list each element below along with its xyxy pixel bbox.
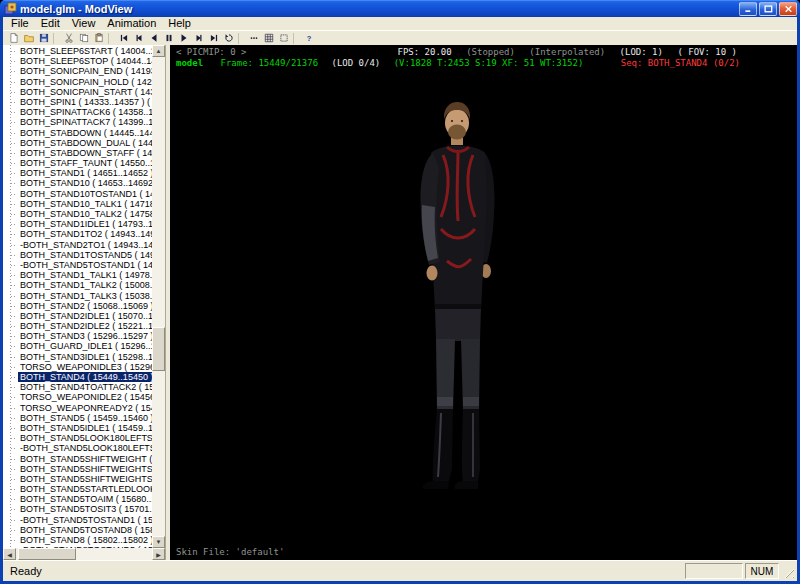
menu-item-view[interactable]: View [66, 17, 102, 30]
tree-vertical-scrollbar[interactable]: ▲ ▼ [152, 45, 165, 548]
menu-item-animation[interactable]: Animation [101, 17, 162, 30]
tree-item[interactable]: BOTH_SLEEP6STOP ( 14044..14192 [3, 56, 152, 66]
tree-item[interactable]: BOTH_STAND2IDLE2 ( 15221..1529 [3, 321, 152, 331]
tree-item[interactable]: BOTH_SPINATTACK7 ( 14399..1444 [3, 117, 152, 127]
tree-item[interactable]: BOTH_STAND3IDLE1 ( 15298..1544 [3, 352, 152, 362]
scroll-right-arrow-icon[interactable]: ▶ [152, 548, 165, 560]
new-button[interactable] [6, 32, 21, 45]
tree-item[interactable]: BOTH_STAND5TOSTAND8 ( 15802 [3, 525, 152, 535]
close-button[interactable] [779, 2, 797, 16]
viewport-top-overlay: < PICMIP: 0 > FPS: 20.00 (Stopped) (Inte… [176, 47, 737, 57]
tree-item[interactable]: BOTH_SPINATTACK6 ( 14358..143 [3, 107, 152, 117]
play-reverse-button[interactable] [146, 32, 161, 45]
pause-button[interactable] [161, 32, 176, 45]
tree-item[interactable]: BOTH_STAND5STARTLEDLOOKLEFT [3, 484, 152, 494]
tree-item[interactable]: BOTH_STABDOWN_STAFF ( 1451 [3, 148, 152, 158]
loop-button[interactable] [221, 32, 236, 45]
tree-item[interactable]: BOTH_STAND10_TALK1 ( 14718..14 [3, 199, 152, 209]
tree-item[interactable]: BOTH_GUARD_IDLE1 ( 15296..152 [3, 341, 152, 351]
tree-item[interactable]: BOTH_STAND1TO2 ( 14943..1495 [3, 229, 152, 239]
toolbar-separator [238, 33, 243, 44]
vertex-info-button[interactable] [246, 32, 261, 45]
tree-item[interactable]: -BOTH_STAND2TO1 ( 14943..14956 [3, 240, 152, 250]
menu-item-file[interactable]: File [5, 17, 35, 30]
frame-back-button[interactable] [131, 32, 146, 45]
tree-item[interactable]: BOTH_STAND1_TALK2 ( 15008..150 [3, 280, 152, 290]
resize-grip[interactable] [781, 563, 795, 579]
tree-item[interactable]: TORSO_WEAPONIDLE3 ( 15296..15 [3, 362, 152, 372]
titlebar[interactable]: model.glm - ModView [0, 0, 800, 17]
tree-item[interactable]: BOTH_STAND1TOSTAND5 ( 1495 [3, 250, 152, 260]
tree-item[interactable]: BOTH_STAND10_TALK2 ( 14758..14 [3, 209, 152, 219]
tree-item[interactable]: BOTH_STAND3 ( 15296..15297 ) ( [3, 331, 152, 341]
save-button[interactable] [36, 32, 51, 45]
tree-item[interactable]: TORSO_WEAPONREADY2 ( 15456 [3, 403, 152, 413]
tree-item[interactable]: BOTH_STAND8 ( 15802..15802 ) ( [3, 535, 152, 545]
scroll-up-arrow-icon[interactable]: ▲ [152, 45, 165, 57]
toolbar: ? [3, 30, 797, 45]
horizontal-scroll-thumb[interactable] [18, 548, 76, 560]
tree-item[interactable]: BOTH_STAND10TOSTAND1 ( 1469 [3, 189, 152, 199]
tree-item[interactable]: BOTH_STAND1IDLE1 ( 14793..1494 [3, 219, 152, 229]
tree-item[interactable]: BOTH_STAND5SHIFTWEIGHTSTOP [3, 474, 152, 484]
maximize-button[interactable] [759, 2, 777, 16]
character-model [385, 101, 535, 501]
minimize-button[interactable] [739, 2, 757, 16]
tree-item[interactable]: BOTH_STAND5SHIFTWEIGHTSTART [3, 464, 152, 474]
tree-item[interactable]: BOTH_STAND1_TALK3 ( 15038..150 [3, 291, 152, 301]
picmip-indicator: < PICMIP: 0 > [176, 47, 246, 57]
menu-item-edit[interactable]: Edit [35, 17, 66, 30]
menu-item-help[interactable]: Help [162, 17, 197, 30]
cut-button[interactable] [61, 32, 76, 45]
animation-sequence-list: BOTH_SLEEP6START ( 14004..1404BOTH_SLEEP… [3, 45, 152, 548]
tree-item[interactable]: TORSO_WEAPONIDLE2 ( 15456..15 [3, 392, 152, 402]
tree-item[interactable]: BOTH_STAND1 ( 14651..14652 ) [3, 168, 152, 178]
seek-end-button[interactable] [206, 32, 221, 45]
fov-indicator: ( FOV: 10 ) [677, 47, 737, 57]
scroll-down-arrow-icon[interactable]: ▼ [152, 536, 165, 548]
tree-item[interactable]: BOTH_SONICPAIN_HOLD ( 14258.. [3, 77, 152, 87]
status-bar: Ready NUM [3, 560, 797, 581]
tree-item[interactable]: -BOTH_STAND5LOOK180LEFTSTOP [3, 443, 152, 453]
tree-item[interactable]: BOTH_SONICPAIN_START ( 14323.. [3, 87, 152, 97]
scroll-left-arrow-icon[interactable]: ◀ [3, 548, 16, 560]
tree-item[interactable]: -BOTH_STAND5TOSTAND1 ( 15802 [3, 515, 152, 525]
client-area: BOTH_SLEEP6START ( 14004..1404BOTH_SLEEP… [3, 45, 797, 560]
tree-item[interactable]: BOTH_STAND10 ( 14653..14692 ) [3, 178, 152, 188]
tree-item[interactable]: BOTH_STAND4 ( 15449..15450 ) [3, 372, 152, 382]
tree-item[interactable]: BOTH_STAND1_TALK1 ( 14978..150 [3, 270, 152, 280]
tree-item[interactable]: BOTH_STAND2 ( 15068..15069 ) [3, 301, 152, 311]
paste-button[interactable] [91, 32, 106, 45]
lod-indicator: (LOD: 1) [620, 47, 663, 57]
copy-button[interactable] [76, 32, 91, 45]
geometry-stats: (V:1828 T:2453 S:19 XF: 51 WT:3152) [394, 58, 584, 68]
vertical-scroll-thumb[interactable] [152, 327, 165, 371]
open-button[interactable] [21, 32, 36, 45]
tree-horizontal-scrollbar[interactable]: ◀ ▶ [3, 548, 165, 560]
tree-item[interactable]: BOTH_STAND5IDLE1 ( 15459..1560 [3, 423, 152, 433]
sequence-lock-info: Seq: BOTH_STAND4 (0/2) [621, 58, 740, 68]
tree-item[interactable]: BOTH_STAND5TOAIM ( 15680..157 [3, 494, 152, 504]
tree-item[interactable]: BOTH_STAFF_TAUNT ( 14550..146 [3, 158, 152, 168]
seek-start-button[interactable] [116, 32, 131, 45]
tree-item[interactable]: BOTH_STABDOWN ( 14445..1447 [3, 128, 152, 138]
tree-item[interactable]: BOTH_STAND5SHIFTWEIGHT ( 156 [3, 454, 152, 464]
tree-item[interactable]: BOTH_STABDOWN_DUAL ( 14480.. [3, 138, 152, 148]
grid-button[interactable] [261, 32, 276, 45]
tree-item[interactable]: BOTH_SONICPAIN_END ( 14193..14 [3, 66, 152, 76]
tree-item[interactable]: BOTH_STAND5TOSIT3 ( 15701..158 [3, 504, 152, 514]
tree-item[interactable]: BOTH_STAND4TOATTACK2 ( 15451 [3, 382, 152, 392]
help-button[interactable]: ? [301, 32, 316, 45]
tree-item[interactable]: BOTH_SLEEP6START ( 14004..1404 [3, 46, 152, 56]
model-info-overlay: model Frame: 15449/21376 (LOD 0/4) (V:18… [176, 58, 740, 68]
play-button[interactable] [176, 32, 191, 45]
bounds-button[interactable] [276, 32, 291, 45]
tree-item[interactable]: BOTH_STAND5LOOK180LEFTSTAR [3, 433, 152, 443]
tree-item[interactable]: BOTH_STAND5 ( 15459..15460 ) ( [3, 413, 152, 423]
tree-item[interactable]: BOTH_SPIN1 ( 14333..14357 ) ( [3, 97, 152, 107]
model-viewport[interactable]: < PICMIP: 0 > FPS: 20.00 (Stopped) (Inte… [170, 45, 797, 560]
frame-forward-button[interactable] [191, 32, 206, 45]
tree-item[interactable]: BOTH_STAND2IDLE1 ( 15070..1522 [3, 311, 152, 321]
menu-bar: FileEditViewAnimationHelp [3, 17, 797, 30]
tree-item[interactable]: -BOTH_STAND5TOSTAND1 ( 14959 [3, 260, 152, 270]
